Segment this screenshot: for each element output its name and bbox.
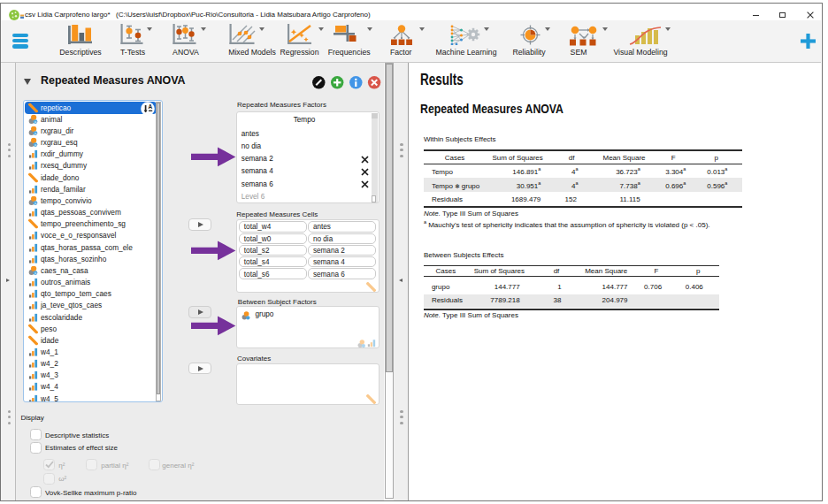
svg-text:A: A bbox=[149, 103, 153, 110]
